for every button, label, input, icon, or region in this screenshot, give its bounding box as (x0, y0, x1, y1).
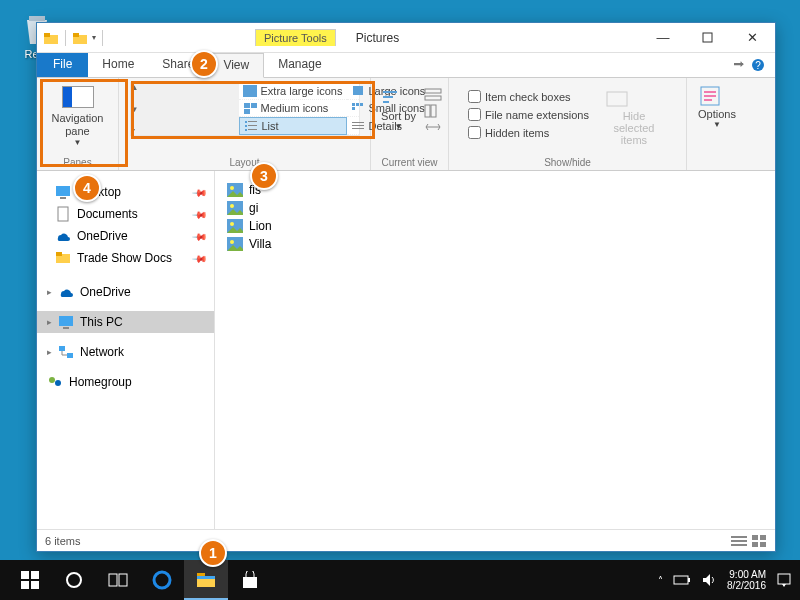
callout-1: 1 (199, 539, 227, 567)
close-button[interactable]: ✕ (729, 24, 775, 52)
svg-rect-14 (360, 103, 363, 106)
svg-rect-66 (119, 574, 127, 586)
file-explorer-window: ▾ Picture Tools Pictures — ✕ File Home S… (36, 22, 776, 552)
start-button[interactable] (8, 560, 52, 600)
image-icon (227, 219, 243, 233)
monitor-icon (58, 314, 74, 330)
folder-icon (55, 250, 71, 266)
image-icon (227, 237, 243, 251)
pin-icon: 📌 (192, 184, 208, 200)
tray-chevron-icon[interactable]: ˄ (658, 575, 663, 586)
svg-rect-25 (383, 91, 397, 93)
battery-icon[interactable] (673, 574, 691, 586)
layout-medium-icons[interactable]: Medium icons (239, 100, 347, 117)
qat-customize-icon[interactable]: ▾ (92, 33, 96, 42)
svg-rect-8 (353, 86, 363, 95)
file-item[interactable]: fis (227, 181, 763, 199)
svg-rect-10 (251, 103, 257, 108)
maximize-button[interactable] (685, 24, 729, 52)
sidebar-item-desktop[interactable]: Desktop📌 (37, 181, 214, 203)
layout-large-icons[interactable]: Large icons (347, 83, 359, 100)
svg-rect-13 (356, 103, 359, 106)
file-explorer-taskbar-icon[interactable] (184, 560, 228, 600)
task-view-button[interactable] (96, 560, 140, 600)
svg-point-50 (230, 222, 234, 226)
store-taskbar-icon[interactable] (228, 560, 272, 600)
svg-rect-42 (67, 353, 73, 358)
svg-rect-31 (431, 105, 436, 117)
group-by-icon[interactable] (424, 88, 442, 102)
file-list[interactable]: fis gi Lion Villa (215, 171, 775, 529)
svg-rect-1 (44, 33, 50, 37)
size-columns-icon[interactable] (424, 120, 442, 134)
svg-rect-32 (607, 92, 627, 106)
svg-rect-7 (243, 85, 257, 97)
sort-by-button[interactable]: Sort by▼ (377, 86, 420, 134)
navigation-pane-button[interactable]: Navigation pane ▼ (43, 82, 112, 150)
cortana-button[interactable] (52, 560, 96, 600)
hide-selected-items-button[interactable]: Hide selected items (599, 86, 669, 148)
svg-point-67 (154, 572, 170, 588)
file-item[interactable]: Villa (227, 235, 763, 253)
callout-4: 4 (73, 174, 101, 202)
callout-2: 2 (190, 50, 218, 78)
sidebar-item-network[interactable]: ▸Network (37, 341, 214, 363)
sidebar-item-this-pc[interactable]: ▸This PC (37, 311, 214, 333)
sidebar-item-homegroup[interactable]: Homegroup (37, 371, 214, 393)
sidebar-item-trade-show-docs[interactable]: Trade Show Docs📌 (37, 247, 214, 269)
sidebar-item-onedrive-quick[interactable]: OneDrive📌 (37, 225, 214, 247)
svg-rect-57 (760, 535, 766, 540)
navigation-pane: Desktop📌 Documents📌 OneDrive📌 Trade Show… (37, 171, 215, 529)
layout-details[interactable]: Details (347, 117, 359, 135)
svg-rect-62 (21, 581, 29, 589)
minimize-ribbon-icon[interactable]: ⮕ (733, 58, 745, 72)
tab-manage[interactable]: Manage (264, 53, 335, 77)
svg-rect-39 (59, 316, 73, 326)
file-name-extensions-checkbox[interactable]: File name extensions (468, 108, 589, 121)
file-item[interactable]: gi (227, 199, 763, 217)
layout-list[interactable]: List (239, 117, 347, 135)
svg-point-48 (230, 204, 234, 208)
ribbon-view: Navigation pane ▼ Panes Extra large icon… (37, 77, 775, 171)
svg-rect-60 (21, 571, 29, 579)
svg-rect-54 (731, 540, 747, 542)
hidden-items-checkbox[interactable]: Hidden items (468, 126, 589, 139)
picture-tools-contextual-tab: Picture Tools (255, 29, 336, 46)
svg-rect-9 (244, 103, 250, 108)
layout-small-icons[interactable]: Small icons (347, 100, 359, 117)
sidebar-item-documents[interactable]: Documents📌 (37, 203, 214, 225)
desktop-icon (55, 184, 71, 200)
details-view-toggle-icon[interactable] (731, 534, 747, 548)
svg-rect-18 (245, 125, 247, 127)
add-columns-icon[interactable] (424, 104, 442, 118)
quick-access-toolbar: ▾ (37, 30, 105, 46)
layout-gallery[interactable]: Extra large icons Large icons ▲▼▾ Medium… (130, 82, 360, 136)
image-icon (227, 201, 243, 215)
thumbnails-view-toggle-icon[interactable] (751, 534, 767, 548)
svg-rect-63 (31, 581, 39, 589)
edge-taskbar-icon[interactable] (140, 560, 184, 600)
minimize-button[interactable]: — (641, 24, 685, 52)
tab-file[interactable]: File (37, 53, 88, 77)
svg-rect-21 (248, 129, 257, 130)
volume-icon[interactable] (701, 573, 717, 587)
layout-extra-large-icons[interactable]: Extra large icons (239, 83, 347, 100)
file-item[interactable]: Lion (227, 217, 763, 235)
svg-point-43 (49, 377, 55, 383)
help-icon[interactable]: ? (751, 58, 765, 72)
tab-home[interactable]: Home (88, 53, 148, 77)
svg-rect-27 (383, 101, 389, 103)
svg-point-52 (230, 240, 234, 244)
options-button[interactable]: Options▼ (692, 82, 742, 131)
sidebar-item-onedrive[interactable]: ▸OneDrive (37, 281, 214, 303)
item-check-boxes-checkbox[interactable]: Item check boxes (468, 90, 589, 103)
action-center-icon[interactable] (776, 572, 792, 588)
onedrive-icon (55, 228, 71, 244)
svg-rect-20 (245, 129, 247, 131)
svg-rect-17 (248, 121, 257, 122)
svg-rect-61 (31, 571, 39, 579)
tray-clock[interactable]: 9:00 AM8/2/2016 (727, 569, 766, 591)
svg-point-64 (67, 573, 81, 587)
folder-icon (72, 31, 88, 45)
svg-rect-24 (352, 128, 364, 129)
